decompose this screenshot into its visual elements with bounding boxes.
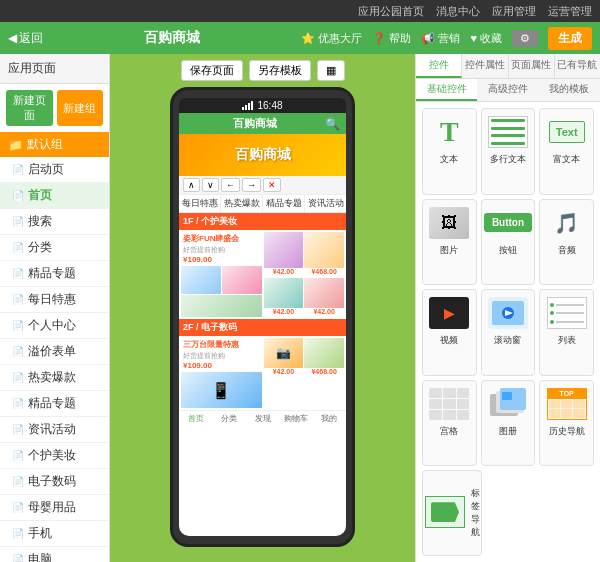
sidebar-item-featured[interactable]: 📄 精品专题 (0, 261, 109, 287)
bottom-nav-discover[interactable]: 发现 (246, 411, 279, 426)
delete-button[interactable]: ✕ (263, 178, 281, 192)
sidebar-item-category[interactable]: 📄 分类 (0, 235, 109, 261)
move-right-button[interactable]: → (242, 178, 261, 192)
phone-status-bar: 16:48 (179, 98, 346, 113)
product-img-5[interactable] (304, 232, 344, 268)
sidebar-item-personal[interactable]: 📄 个人中心 (0, 313, 109, 339)
bottom-nav-profile[interactable]: 我的 (313, 411, 346, 426)
operations-link[interactable]: 运营管理 (548, 4, 592, 19)
product-img-s1[interactable]: 📷 (264, 338, 304, 368)
page-icon: 📄 (12, 268, 24, 279)
tab-daily[interactable]: 每日特惠 (179, 195, 221, 212)
message-center-link[interactable]: 消息中心 (436, 4, 480, 19)
widget-tag[interactable]: 标签导航 (422, 470, 482, 556)
widget-album[interactable]: 图册 (481, 380, 536, 467)
move-left-button[interactable]: ← (221, 178, 240, 192)
widget-richtext[interactable]: Text 富文本 (539, 108, 594, 195)
product-img-3[interactable] (181, 295, 262, 317)
sidebar-item-bestseller[interactable]: 📄 热卖爆款 (0, 365, 109, 391)
sidebar-item-beauty[interactable]: 📄 个护美妆 (0, 443, 109, 469)
sidebar-item-overflow[interactable]: 📄 溢价表单 (0, 339, 109, 365)
widget-text[interactable]: T 文本 (422, 108, 477, 195)
sidebar-default-group[interactable]: 📁 默认组 (0, 132, 109, 157)
page-icon: 📄 (12, 190, 24, 201)
app-management-link[interactable]: 应用管理 (492, 4, 536, 19)
promo-title2: 三万台限量特惠 (181, 338, 262, 351)
subtab-advanced[interactable]: 高级控件 (477, 79, 538, 101)
nav-deals[interactable]: ⭐ 优惠大厅 (301, 31, 362, 46)
bottom-nav-home[interactable]: 首页 (179, 411, 212, 426)
tab-widgets[interactable]: 控件 (416, 54, 462, 78)
template-icon-button[interactable]: ▦ (317, 60, 345, 81)
new-page-button[interactable]: 新建页面 (6, 90, 53, 126)
product-img-7[interactable] (304, 278, 344, 308)
section1-promo-block: 姿彩FUN肆盛会 好货提前抢购 ¥109.00 (181, 232, 262, 317)
product-img-1[interactable] (181, 266, 221, 294)
product-img-4[interactable] (264, 232, 304, 268)
widget-image[interactable]: 🖼 图片 (422, 199, 477, 286)
bottom-nav-cart[interactable]: 购物车 (279, 411, 312, 426)
nav-marketing[interactable]: 📢 营销 (421, 31, 460, 46)
page-icon: 📄 (12, 242, 24, 253)
widget-list[interactable]: 列表 (539, 289, 594, 376)
left-sidebar: 应用页面 新建页面 新建组 📁 默认组 📄 启动页 📄 首页 📄 搜索 📄 分类… (0, 54, 110, 562)
tab-existing-nav[interactable]: 已有导航 (555, 54, 600, 78)
sidebar-item-computer[interactable]: 📄 电脑 (0, 547, 109, 562)
price-r1: ¥42.00 (273, 268, 294, 275)
product-img-6[interactable] (264, 278, 304, 308)
save-page-button[interactable]: 保存页面 (181, 60, 243, 81)
widget-video[interactable]: 视频 (422, 289, 477, 376)
tab-news[interactable]: 资讯活动 (305, 195, 346, 212)
sidebar-item-featured2[interactable]: 📄 精品专题 (0, 391, 109, 417)
group-icon: 📁 (8, 138, 23, 152)
product-img-s2[interactable] (304, 338, 344, 368)
audio-widget-icon: 🎵 (545, 204, 589, 242)
move-down-button[interactable]: ∨ (202, 178, 219, 192)
price-s1: ¥42.00 (273, 368, 294, 375)
tab-widget-props[interactable]: 控件属性 (462, 54, 508, 78)
sidebar-item-startup[interactable]: 📄 启动页 (0, 157, 109, 183)
settings-button[interactable]: ⚙ (512, 30, 538, 47)
product-phone-img[interactable]: 📱 (181, 372, 262, 408)
sidebar-item-news[interactable]: 📄 资讯活动 (0, 417, 109, 443)
widget-multiline[interactable]: 多行文本 (481, 108, 536, 195)
widget-audio[interactable]: 🎵 音频 (539, 199, 594, 286)
page-icon: 📄 (12, 502, 24, 513)
center-toolbar: 保存页面 另存模板 ▦ (181, 60, 345, 81)
product-img-2[interactable] (222, 266, 262, 294)
tab-bestseller[interactable]: 热卖爆款 (221, 195, 263, 212)
widget-grid[interactable]: 宫格 (422, 380, 477, 467)
tag-widget-icon (425, 493, 465, 531)
widget-button[interactable]: Button 按钮 (481, 199, 536, 286)
app-title-link[interactable]: 应用公园首页 (358, 4, 424, 19)
banner-text: 百购商城 (235, 146, 291, 164)
page-icon: 📄 (12, 476, 24, 487)
generate-button[interactable]: 生成 (548, 27, 592, 50)
save-template-button[interactable]: 另存模板 (249, 60, 311, 81)
sidebar-item-phone[interactable]: 📄 手机 (0, 521, 109, 547)
sidebar-item-electronics[interactable]: 📄 电子数码 (0, 469, 109, 495)
subtab-templates[interactable]: 我的模板 (539, 79, 600, 101)
widget-slideshow[interactable]: 滚动窗 (481, 289, 536, 376)
sidebar-item-baby[interactable]: 📄 母婴用品 (0, 495, 109, 521)
subtab-basic[interactable]: 基础控件 (416, 79, 477, 101)
sidebar-item-search[interactable]: 📄 搜索 (0, 209, 109, 235)
nav-favorites[interactable]: ♥ 收藏 (470, 31, 502, 46)
widget-history[interactable]: TOP 历史导航 (539, 380, 594, 467)
price-r3: ¥42.00 (273, 308, 294, 315)
back-button[interactable]: ◀ 返回 (8, 30, 43, 47)
tab-featured[interactable]: 精品专题 (263, 195, 305, 212)
promo-sub2: 好货提前抢购 (181, 351, 262, 361)
nav-help[interactable]: ❓ 帮助 (372, 31, 411, 46)
sidebar-item-daily[interactable]: 📄 每日特惠 (0, 287, 109, 313)
move-up-button[interactable]: ∧ (183, 178, 200, 192)
product-block-r4: ¥42.00 (304, 278, 344, 317)
new-group-button[interactable]: 新建组 (57, 90, 104, 126)
section1-products-right: ¥42.00 ¥468.00 ¥42.00 ¥42.00 (264, 232, 345, 317)
phone-search-icon[interactable]: 🔍 (325, 117, 340, 131)
tab-page-props[interactable]: 页面属性 (509, 54, 555, 78)
tag-widget-label: 标签导航 (471, 487, 480, 539)
section2-header: 2F / 电子数码 (179, 319, 346, 336)
sidebar-item-home[interactable]: 📄 首页 (0, 183, 109, 209)
bottom-nav-category[interactable]: 分类 (212, 411, 245, 426)
